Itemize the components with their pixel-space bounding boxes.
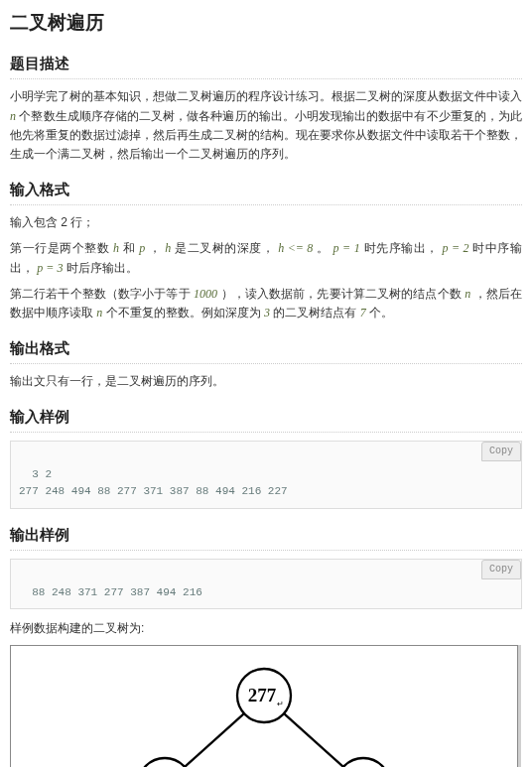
svg-point-12 [336,758,390,767]
in-p2: 第一行是两个整数 h 和 p ， h 是二叉树的深度， h <= 8 。 p =… [10,239,522,277]
section-desc-h: 题目描述 [10,52,522,79]
section-samp-in-h: 输入样例 [10,405,522,433]
desc-p1: 小明学完了树的基本知识，想做二叉树遍历的程序设计练习。根据二叉树的深度从数据文件… [10,87,522,164]
copy-button[interactable]: Copy [481,560,521,579]
sample-input-code: Copy3 2 277 248 494 88 277 371 387 88 49… [10,441,522,509]
svg-point-9 [138,758,192,767]
svg-text:277: 277 [248,686,277,706]
tree-note: 样例数据构建的二叉树为: [10,619,522,638]
section-input-h: 输入格式 [10,178,522,205]
section-samp-out-h: 输出样例 [10,523,522,551]
section-output-h: 输出格式 [10,336,522,364]
in-p3: 第二行若干个整数（数字小于等于 1000 ），读入数据前，先要计算二叉树的结点个… [10,285,522,322]
svg-text:↵: ↵ [277,700,284,708]
copy-button[interactable]: Copy [481,442,521,461]
tree-diagram: 277↵248↵494↵88↵371↵387↵216↵ [16,656,512,767]
page-title: 二叉树遍历 [10,8,522,38]
out-p1: 输出文只有一行，是二叉树遍历的序列。 [10,372,522,391]
sample-output-code: Copy88 248 371 277 387 494 216 [10,559,522,609]
in-p1: 输入包含 2 行； [10,213,522,232]
svg-line-1 [284,713,343,767]
tree-diagram-wrap: 277↵248↵494↵88↵371↵387↵216↵ [10,645,521,767]
svg-line-0 [185,713,244,767]
